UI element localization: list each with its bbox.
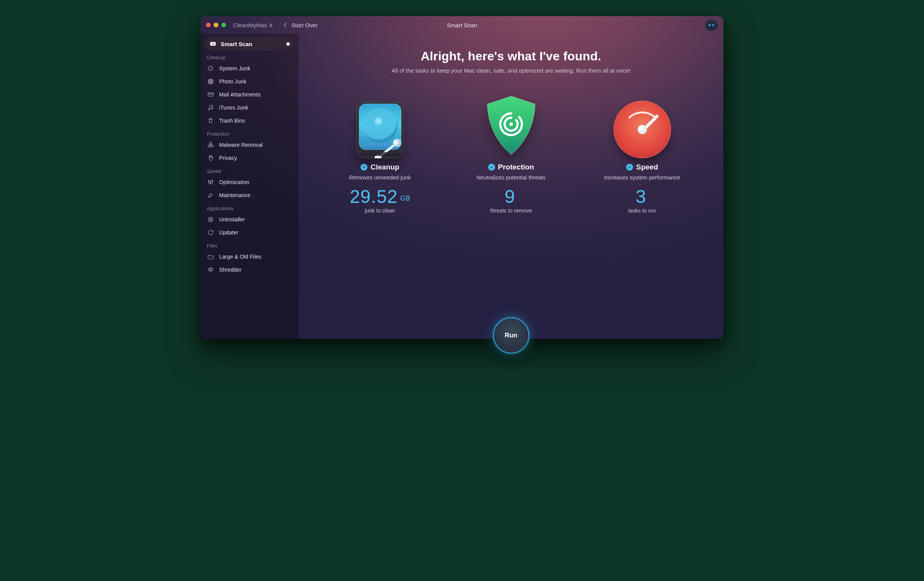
- sidebar-heading-protection: Protection: [204, 131, 294, 137]
- assistant-dot-icon: [712, 24, 714, 26]
- window-close-button[interactable]: [206, 23, 211, 27]
- card-title: Cleanup: [371, 163, 399, 171]
- svg-point-11: [211, 82, 213, 83]
- svg-point-5: [210, 83, 211, 84]
- sidebar-item-updater[interactable]: Updater: [204, 226, 294, 239]
- sidebar-item-label: Updater: [219, 229, 239, 236]
- card-caption: tasks to run: [628, 208, 656, 214]
- card-desc: Removes unneeded junk: [349, 174, 410, 181]
- checkmark-icon: [488, 164, 495, 171]
- card-cleanup[interactable]: Cleanup Removes unneeded junk 29.52GB ju…: [316, 97, 444, 214]
- window-center-title: Smart Scan: [201, 22, 723, 28]
- sidebar-item-optimization[interactable]: Optimization: [204, 176, 294, 189]
- active-indicator-icon: [286, 42, 290, 46]
- sidebar-item-label: Maintenance: [219, 192, 250, 198]
- sidebar-item-privacy[interactable]: Privacy: [204, 151, 294, 164]
- flower-icon: [207, 78, 214, 85]
- smart-scan-icon: [209, 40, 217, 48]
- wrench-icon: [207, 191, 214, 199]
- title-bar: CleanMyMac X Start Over Smart Scan: [201, 16, 723, 34]
- sidebar-item-maintenance[interactable]: Maintenance: [204, 189, 294, 202]
- sidebar-item-label: System Junk: [219, 65, 250, 71]
- sidebar-item-label: Privacy: [219, 155, 237, 161]
- uninstall-icon: [207, 216, 214, 223]
- card-desc: Increases system performance: [604, 174, 680, 181]
- window-zoom-button[interactable]: [221, 23, 226, 27]
- sidebar-item-itunes-junk[interactable]: iTunes Junk: [204, 101, 294, 114]
- sidebar-item-label: Large & Old Files: [219, 254, 261, 260]
- back-button[interactable]: Start Over: [281, 21, 317, 29]
- card-title: Protection: [498, 163, 534, 171]
- svg-point-3: [210, 81, 211, 82]
- refresh-icon: [207, 229, 214, 236]
- card-value: 9: [505, 188, 518, 206]
- sidebar-item-label: Trash Bins: [219, 118, 245, 124]
- window-controls: [206, 23, 226, 27]
- sidebar-item-shredder[interactable]: Shredder: [204, 263, 294, 276]
- sidebar-heading-applications: Applications: [204, 206, 294, 211]
- main-panel: Alright, here's what I've found. All of …: [299, 34, 723, 339]
- music-note-icon: [207, 104, 214, 111]
- sidebar: Smart Scan Cleanup System Junk Photo Jun…: [201, 34, 299, 339]
- card-title: Speed: [636, 163, 658, 171]
- shredder-icon: [207, 266, 214, 274]
- card-value: 29.52GB: [350, 188, 410, 206]
- card-caption: junk to clean: [365, 208, 395, 214]
- sidebar-heading-speed: Speed: [204, 168, 294, 174]
- svg-rect-12: [208, 93, 213, 96]
- gear-chip-icon: [207, 65, 214, 72]
- sidebar-heading-files: Files: [204, 243, 294, 249]
- sidebar-item-malware-removal[interactable]: Malware Removal: [204, 138, 294, 151]
- app-window: CleanMyMac X Start Over Smart Scan Smart…: [201, 16, 723, 339]
- card-desc: Neutralizes potential threats: [477, 174, 546, 181]
- envelope-icon: [207, 91, 214, 98]
- sidebar-item-label: iTunes Junk: [219, 105, 248, 111]
- svg-point-2: [209, 67, 213, 70]
- svg-point-22: [509, 123, 513, 126]
- drive-icon: [356, 97, 404, 158]
- run-button[interactable]: Run: [493, 317, 529, 354]
- sliders-icon: [207, 178, 214, 186]
- svg-point-8: [209, 80, 210, 81]
- sidebar-item-label: Mail Attachments: [219, 91, 261, 98]
- sidebar-heading-cleanup: Cleanup: [204, 55, 294, 60]
- svg-point-14: [209, 142, 211, 144]
- svg-point-9: [211, 80, 213, 81]
- sidebar-item-label: Uninstaller: [219, 216, 245, 222]
- subheadline: All of the tasks to keep your Mac clean,…: [299, 67, 723, 74]
- sidebar-item-uninstaller[interactable]: Uninstaller: [204, 213, 294, 226]
- hand-icon: [207, 154, 214, 162]
- sidebar-item-mail-attachments[interactable]: Mail Attachments: [204, 88, 294, 101]
- checkmark-icon: [361, 164, 367, 171]
- card-protection[interactable]: Protection Neutralizes potential threats…: [447, 97, 575, 214]
- sidebar-item-label: Smart Scan: [221, 41, 253, 47]
- headline: Alright, here's what I've found.: [299, 49, 723, 63]
- sidebar-item-large-old-files[interactable]: Large & Old Files: [204, 250, 294, 263]
- svg-point-1: [212, 43, 214, 45]
- svg-point-16: [211, 145, 213, 147]
- sidebar-item-photo-junk[interactable]: Photo Junk: [204, 75, 294, 88]
- card-speed[interactable]: Speed Increases system performance 3 tas…: [578, 97, 706, 214]
- sidebar-item-smart-scan[interactable]: Smart Scan: [204, 37, 294, 51]
- trash-icon: [207, 117, 214, 124]
- svg-point-7: [212, 81, 213, 82]
- result-cards: Cleanup Removes unneeded junk 29.52GB ju…: [316, 97, 706, 214]
- gauge-icon: [613, 97, 671, 158]
- assistant-button[interactable]: [705, 19, 718, 31]
- sidebar-item-label: Malware Removal: [219, 142, 263, 148]
- svg-rect-21: [208, 269, 213, 270]
- biohazard-icon: [207, 141, 214, 149]
- back-label: Start Over: [291, 22, 317, 28]
- sidebar-item-label: Photo Junk: [219, 78, 246, 85]
- sidebar-item-trash-bins[interactable]: Trash Bins: [204, 114, 294, 127]
- checkmark-icon: [626, 164, 633, 171]
- chevron-left-icon: [281, 21, 289, 29]
- card-caption: threats to remove: [490, 208, 532, 214]
- assistant-dot-icon: [709, 24, 711, 26]
- sidebar-item-label: Optimization: [219, 179, 249, 185]
- svg-point-4: [210, 79, 211, 80]
- window-minimize-button[interactable]: [214, 23, 218, 27]
- svg-point-6: [208, 81, 209, 82]
- sidebar-item-system-junk[interactable]: System Junk: [204, 62, 294, 75]
- svg-point-15: [208, 145, 210, 147]
